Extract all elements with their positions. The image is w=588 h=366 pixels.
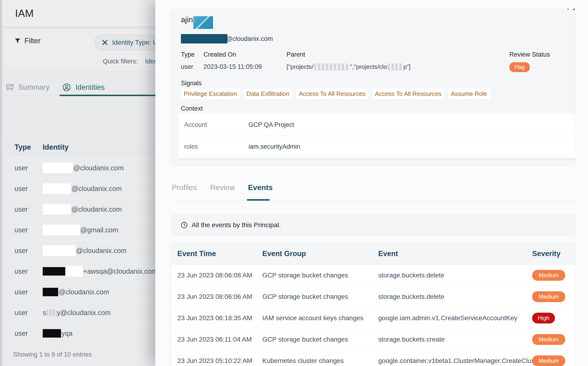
redaction-box: [43, 329, 61, 338]
event-row[interactable]: 23 Jun 2023 08:06:08 AM GCP storage buck…: [171, 265, 575, 286]
severity-badge: Medium: [532, 355, 565, 366]
quick-filters-label: Quick filters:: [103, 58, 138, 65]
row-type: user: [4, 185, 43, 193]
event-name: storage.buckets.delete: [378, 293, 532, 300]
events-info-text: All the events by this Principal.: [192, 221, 281, 229]
redaction-box: [43, 245, 75, 256]
parent-label: Parent: [287, 51, 305, 58]
redaction-box: [388, 63, 403, 70]
row-type: user: [4, 288, 43, 296]
user-circle-icon: [62, 83, 71, 92]
clock-icon: [180, 221, 188, 229]
principal-name: ajin: [181, 15, 213, 29]
row-type: user: [4, 226, 43, 234]
tab-events[interactable]: Events: [248, 183, 273, 192]
context-value: iam.securityAdmin: [249, 143, 300, 150]
col-header-event: Event: [378, 250, 532, 258]
redaction-box: [43, 267, 65, 275]
row-identity: @cloudanix.com: [43, 204, 122, 215]
presentation-chart-icon: [6, 83, 14, 92]
filter-toggle[interactable]: Filter: [14, 37, 41, 45]
event-time: 23 Jun 2023 06:11:04 AM: [177, 336, 262, 343]
created-on-value: 2023-03-15 11:05:09: [203, 63, 262, 70]
event-group: Kubernetes cluster changes: [262, 357, 378, 365]
row-type: user: [4, 206, 43, 213]
parent-value: ["projects/","projects/clop"]: [287, 63, 411, 70]
principal-email: @cloudanix.com: [181, 34, 273, 44]
row-identity: @cloudanix.com: [43, 288, 109, 296]
event-time: 23 Jun 2023 08:06:06 AM: [177, 293, 262, 300]
severity-badge: Medium: [532, 270, 565, 281]
tab-review[interactable]: Review: [210, 183, 235, 192]
email-redaction-box: [181, 34, 227, 44]
page-title: IAM: [15, 8, 34, 19]
signals-row: Privilege Escalation Data Exfiltration A…: [181, 89, 490, 99]
context-row: roles iam.securityAdmin: [178, 136, 575, 157]
event-name: storage.buckets.create: [378, 336, 532, 343]
tab-identities[interactable]: Identities: [62, 83, 105, 92]
redaction-box: [47, 309, 57, 316]
filter-chip-label: Identity Type: Us: [112, 39, 161, 46]
severity-badge: Medium: [532, 291, 565, 302]
tab-summary[interactable]: Summary: [6, 83, 50, 92]
event-name: storage.buckets.delete: [378, 272, 532, 279]
signal-chip: Privilege Escalation: [181, 89, 240, 99]
event-group: IAM service account keys changes: [262, 314, 378, 322]
event-group: GCP storage bucket changes: [262, 293, 378, 300]
event-row[interactable]: 23 Jun 2023 06:11:04 AM GCP storage buck…: [171, 329, 575, 350]
review-status-badge: Flag: [509, 62, 530, 72]
col-header-event-group: Event Group: [262, 250, 378, 258]
col-header-type: Type: [4, 143, 43, 152]
redaction-box: [43, 163, 73, 173]
row-type: user: [4, 164, 43, 172]
funnel-icon: [14, 37, 21, 44]
row-identity: @gmail.com: [43, 225, 118, 235]
event-time: 23 Jun 2023 06:18:35 AM: [177, 314, 262, 322]
col-header-identity: Identity: [43, 143, 68, 152]
row-type: user: [4, 267, 43, 275]
redaction-box: [43, 288, 58, 296]
row-type: user: [4, 309, 43, 317]
filter-label: Filter: [24, 37, 41, 45]
event-row[interactable]: 23 Jun 2023 06:18:35 AM IAM service acco…: [171, 307, 575, 329]
row-type: user: [4, 330, 43, 337]
event-row[interactable]: 23 Jun 2023 08:06:06 AM GCP storage buck…: [171, 286, 575, 307]
identity-detail-drawer: ajin @cloudanix.com Type user Created On…: [155, 0, 588, 366]
context-key: Account: [178, 121, 249, 129]
active-tab-underline: [59, 95, 157, 96]
redaction-box: [66, 266, 83, 277]
row-identity: @cloudanix.com: [43, 245, 126, 256]
event-name: google.container.v1beta1.ClusterManager.…: [378, 357, 532, 365]
signal-chip: Access To All Resources: [296, 89, 368, 99]
redaction-box: [43, 204, 71, 215]
event-row[interactable]: 23 Jun 2023 05:10:22 AM Kubernetes clust…: [171, 350, 575, 366]
signal-chip: Access To All Resources: [372, 89, 444, 99]
tab-summary-label: Summary: [18, 83, 50, 92]
context-card: Account GCP QA Project roles iam.securit…: [178, 114, 575, 157]
redaction-box: [43, 183, 71, 194]
event-group: GCP storage bucket changes: [262, 272, 378, 279]
context-key: roles: [178, 143, 249, 150]
context-value: GCP QA Project: [249, 121, 294, 129]
event-group: GCP storage bucket changes: [262, 336, 378, 343]
tab-identities-label: Identities: [75, 83, 105, 92]
event-name: google.iam.admin.v1.CreateServiceAccount…: [378, 314, 532, 322]
drawer-tabs-divider: [171, 200, 575, 200]
page-scrollbar[interactable]: [0, 0, 2, 366]
col-header-severity: Severity: [532, 250, 560, 258]
tab-profiles[interactable]: Profiles: [172, 183, 197, 192]
events-table: Event Time Event Group Event Severity 23…: [171, 243, 575, 366]
review-status-label: Review Status: [509, 51, 550, 58]
context-row: Account GCP QA Project: [178, 114, 575, 136]
drawer-active-tab-underline: [247, 199, 270, 201]
card-divider: [178, 160, 575, 160]
remove-filter-icon[interactable]: [102, 39, 108, 46]
events-table-header: Event Time Event Group Event Severity: [171, 243, 575, 265]
row-identity: yqa: [43, 329, 73, 338]
row-identity: +awsqa@cloudanix.com: [43, 266, 157, 277]
redaction-box: [43, 225, 80, 235]
signals-label: Signals: [181, 80, 202, 87]
drawer-tabs: Profiles Review Events: [155, 179, 588, 201]
type-value: user: [181, 63, 193, 70]
severity-badge: High: [532, 313, 555, 323]
